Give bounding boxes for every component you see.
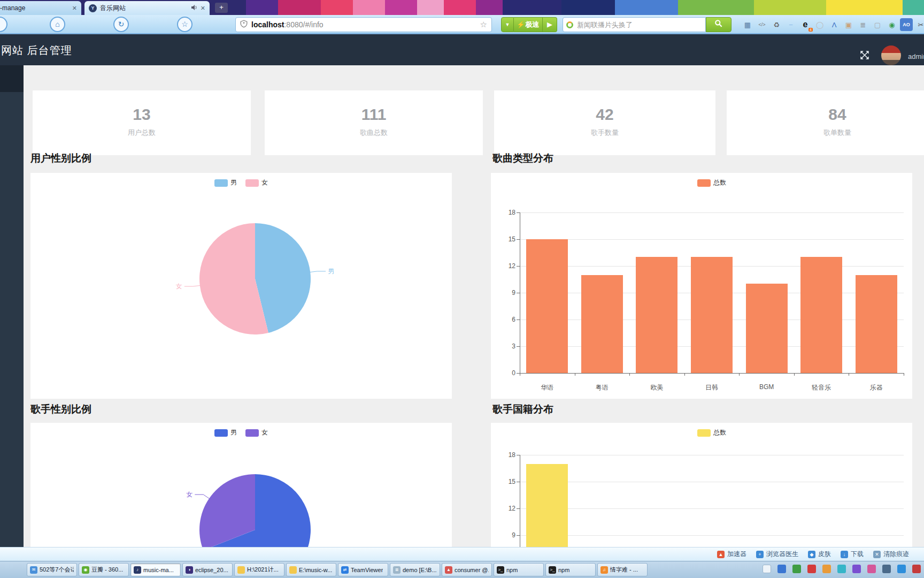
status-item-clean[interactable]: ✕清除痕迹: [873, 550, 909, 559]
status-item-skin[interactable]: ◆皮肤: [808, 550, 831, 559]
chart-legend[interactable]: 总数: [697, 428, 726, 437]
taskbar-button-11[interactable]: ♫情字难 - ...: [597, 563, 648, 576]
taskbar-button-2[interactable]: ♪music-ma...: [130, 563, 181, 576]
tray-network[interactable]: [897, 565, 906, 573]
tray-volume[interactable]: [882, 565, 891, 573]
panel-user-gender-pie: 男女男女: [30, 173, 452, 399]
lambda-icon[interactable]: Λ: [828, 18, 841, 31]
browser-status-bar: ▲加速器+浏览器医生◆皮肤↓下载✕清除痕迹: [0, 547, 924, 561]
pie-label-line: [184, 285, 201, 286]
ring-icon[interactable]: ◯: [813, 18, 826, 31]
tray-app-green[interactable]: [792, 565, 801, 573]
ad-shield-icon[interactable]: AO: [900, 18, 913, 31]
code-icon[interactable]: </>: [756, 18, 768, 31]
refresh-button[interactable]: ↻: [113, 17, 129, 32]
json-viewer-icon[interactable]: ≣: [857, 18, 869, 31]
legend-item-总数[interactable]: 总数: [697, 428, 726, 437]
tab-c-manage[interactable]: c-manage ✕: [0, 1, 81, 15]
home-button[interactable]: ⌂: [50, 17, 65, 32]
y-tick-mark: [517, 535, 520, 536]
search-button[interactable]: [706, 17, 732, 32]
taskbar-button-7[interactable]: ≣demo [E:\B...: [390, 563, 440, 576]
tray-app-red[interactable]: [807, 565, 816, 573]
search-input[interactable]: [576, 20, 702, 29]
speed-mode-button[interactable]: ⚡极速: [514, 17, 543, 32]
music-player-icon: ♫: [600, 566, 608, 574]
favorites-button[interactable]: ☆: [177, 17, 192, 32]
tray-app-red2[interactable]: [912, 565, 921, 573]
address-bar[interactable]: localhost:8080/#/info ☆: [235, 17, 492, 32]
url-text[interactable]: localhost:8080/#/info: [251, 20, 324, 29]
taskbar-button-6[interactable]: ⇄TeamViewer: [338, 563, 388, 576]
search-field[interactable]: [563, 17, 706, 32]
back-button[interactable]: [0, 17, 7, 32]
tray-app-pink[interactable]: [867, 565, 876, 573]
x-category-label: 日韩: [684, 383, 740, 392]
apps-grid-icon[interactable]: ▦: [741, 18, 754, 31]
fullscreen-toggle-icon[interactable]: [859, 49, 871, 61]
y-tick-label: 15: [497, 235, 515, 243]
speed-play-button[interactable]: ▶: [543, 17, 557, 32]
audio-playing-icon[interactable]: [191, 4, 197, 12]
pie-label-女: 女: [186, 490, 192, 499]
x-category-label: 华语: [520, 383, 575, 392]
panel-singer-region-bar: 总数0369121518: [491, 423, 912, 547]
tray-show-hidden[interactable]: [763, 565, 771, 573]
taskbar-button-10[interactable]: >_npm: [545, 563, 596, 576]
bookmark-star-icon[interactable]: ☆: [480, 20, 487, 29]
close-icon[interactable]: ✕: [72, 5, 77, 12]
sidebar-menu[interactable]: [0, 65, 24, 547]
speed-mode-dropdown[interactable]: ▼: [501, 17, 514, 32]
x-tick-mark: [684, 373, 685, 376]
status-item-doctor[interactable]: +浏览器医生: [756, 550, 798, 559]
e-translate-icon[interactable]: e4: [799, 18, 812, 31]
y-tick-mark: [517, 266, 520, 267]
tab-label: c-manage: [0, 4, 25, 12]
bar-粤语: [581, 275, 623, 373]
taskbar-button-4[interactable]: H:\2021计...: [234, 563, 284, 576]
legend-label: 总数: [713, 428, 726, 437]
scissors-icon[interactable]: ✂: [914, 18, 924, 31]
panel-song-type-bar: 总数0369121518华语粤语欧美日韩BGM轻音乐乐器: [491, 173, 912, 399]
tray-app-purple[interactable]: [852, 565, 861, 573]
status-item-download[interactable]: ↓下载: [841, 550, 864, 559]
x-tick-mark: [794, 373, 795, 376]
tray-app-blue[interactable]: [777, 565, 786, 573]
taskbar-button-label: music-ma...: [143, 567, 174, 573]
document-icon: ≣: [393, 566, 401, 574]
taskbar-button-1[interactable]: ◉豆瓣 - 360...: [79, 563, 129, 576]
bar-乐器: [856, 275, 897, 373]
package-icon[interactable]: ▣: [842, 18, 855, 31]
minus-circle-icon[interactable]: −: [784, 18, 797, 31]
chart-legend[interactable]: 总数: [697, 178, 726, 187]
legend-item-总数[interactable]: 总数: [697, 178, 726, 187]
extension-icons-row: ▦</>♻−e4◯Λ▣≣▢◉AO✂: [741, 18, 924, 31]
sidebar-active-item[interactable]: [0, 65, 24, 92]
tray-app-orange[interactable]: [822, 565, 831, 573]
taskbar-button-label: 豆瓣 - 360...: [91, 566, 123, 574]
taskbar-button-0[interactable]: ✉502等7个会话: [27, 563, 77, 576]
stat-card-2: 42歌手数量: [494, 90, 715, 155]
tray-app-teal[interactable]: [837, 565, 846, 573]
taskbar-button-9[interactable]: >_npm: [494, 563, 544, 576]
stat-label: 歌手数量: [494, 128, 715, 138]
user-avatar[interactable]: [881, 45, 901, 65]
x-category-label: 欧美: [629, 383, 684, 392]
stat-value: 42: [494, 105, 715, 124]
close-icon[interactable]: ✕: [201, 5, 205, 12]
eye-protect-icon[interactable]: ◉: [886, 18, 898, 31]
status-bar-items: ▲加速器+浏览器医生◆皮肤↓下载✕清除痕迹: [717, 547, 909, 561]
stat-label: 用户总数: [33, 128, 251, 138]
security-shield-icon: [240, 20, 248, 30]
tab-music-site[interactable]: Y 音乐网站 ✕: [84, 1, 210, 15]
recycle-icon[interactable]: ♻: [770, 18, 783, 31]
search-engine-360-icon: [566, 21, 573, 28]
windows-taskbar: ✉502等7个会话◉豆瓣 - 360...♪music-ma...◑eclips…: [0, 561, 924, 578]
status-item-rocket[interactable]: ▲加速器: [717, 550, 746, 559]
taskbar-button-8[interactable]: ▲consumer @...: [442, 563, 492, 576]
taskbar-button-5[interactable]: E:\music-w...: [286, 563, 336, 576]
screenshot-icon[interactable]: ▢: [871, 18, 884, 31]
taskbar-button-3[interactable]: ◑eclipse_20...: [182, 563, 233, 576]
new-tab-button[interactable]: +: [215, 3, 228, 13]
x-tick-mark: [629, 373, 630, 376]
